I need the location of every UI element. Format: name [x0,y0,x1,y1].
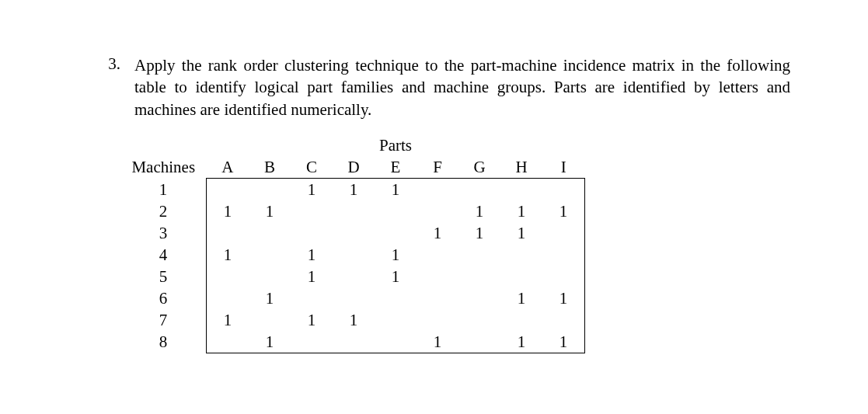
cell: 1 [417,222,458,244]
cell [249,179,291,201]
cell [375,200,417,222]
cell [333,266,375,287]
machine-label: 6 [120,287,207,309]
cell [333,244,375,266]
cell [417,179,458,201]
cell: 1 [542,287,585,309]
cell [417,287,458,309]
cell: 1 [458,222,500,244]
cell [249,266,291,287]
cell: 1 [291,309,333,331]
cell: 1 [291,266,333,287]
cell [207,266,249,287]
cell [375,222,417,244]
cell [458,179,500,201]
machine-label: 3 [120,222,207,244]
cell [249,244,291,266]
cell: 1 [500,331,542,353]
cell: 1 [458,200,500,222]
matrix-table: Parts Machines A B C D E F G H I 1 [120,134,585,353]
cell: 1 [207,200,249,222]
matrix-table-wrap: Parts Machines A B C D E F G H I 1 [120,134,790,353]
cell [417,200,458,222]
cell [291,331,333,353]
problem-text: Apply the rank order clustering techniqu… [134,54,790,120]
cell [458,287,500,309]
cell [375,287,417,309]
cell: 1 [500,287,542,309]
cell: 1 [333,309,375,331]
cell [249,222,291,244]
cell: 1 [500,222,542,244]
cell: 1 [249,287,291,309]
cell [542,244,585,266]
cell [417,309,458,331]
cell [207,287,249,309]
table-row: 5 1 1 [120,266,585,287]
cell [333,222,375,244]
cell: 1 [500,200,542,222]
problem-number: 3. [78,54,134,74]
table-row: 8 1 1 1 1 [120,331,585,353]
part-head: C [291,156,333,179]
part-head: H [500,156,542,179]
part-head: G [458,156,500,179]
cell [207,222,249,244]
cell [542,266,585,287]
problem-item: 3. Apply the rank order clustering techn… [78,54,790,120]
machine-label: 5 [120,266,207,287]
part-head: D [333,156,375,179]
machine-label: 2 [120,200,207,222]
cell: 1 [542,200,585,222]
cell [207,331,249,353]
table-row: 3 1 1 1 [120,222,585,244]
part-head: B [249,156,291,179]
cell: 1 [375,266,417,287]
cell [500,244,542,266]
cell: 1 [375,244,417,266]
cell [291,222,333,244]
cell: 1 [542,331,585,353]
cell [458,331,500,353]
parts-label-row: Parts [120,134,585,156]
machine-label: 4 [120,244,207,266]
cell [249,309,291,331]
cell [333,287,375,309]
cell [417,266,458,287]
cell: 1 [291,179,333,201]
part-head: I [542,156,585,179]
cell [291,200,333,222]
cell [500,179,542,201]
table-row: 6 1 1 1 [120,287,585,309]
table-row: 7 1 1 1 [120,309,585,331]
table-row: 2 1 1 1 1 1 [120,200,585,222]
cell: 1 [417,331,458,353]
part-head: E [375,156,417,179]
cell: 1 [207,244,249,266]
machine-label: 8 [120,331,207,353]
machine-label: 1 [120,179,207,201]
table-row: 4 1 1 1 [120,244,585,266]
page: 3. Apply the rank order clustering techn… [0,0,868,414]
cell [542,222,585,244]
table-row: 1 1 1 1 [120,179,585,201]
cell [417,244,458,266]
cell [333,331,375,353]
cell [291,287,333,309]
cell [542,309,585,331]
cell [207,179,249,201]
header-row: Machines A B C D E F G H I [120,156,585,179]
cell: 1 [249,331,291,353]
cell: 1 [375,179,417,201]
cell [500,266,542,287]
cell [458,309,500,331]
cell [375,309,417,331]
part-head: A [207,156,249,179]
cell [333,200,375,222]
machines-label: Machines [120,156,207,179]
cell [458,266,500,287]
cell [500,309,542,331]
cell [542,179,585,201]
cell: 1 [333,179,375,201]
cell: 1 [207,309,249,331]
